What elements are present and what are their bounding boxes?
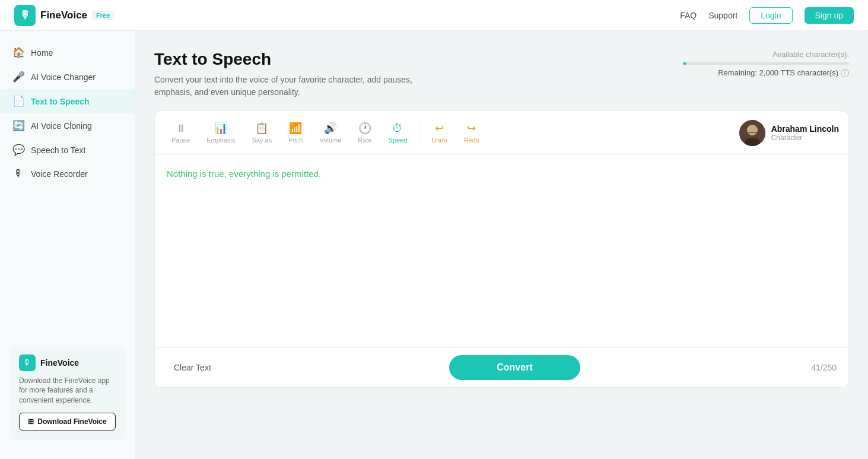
- volume-icon: 🔊: [324, 122, 337, 135]
- sidebar-item-home[interactable]: 🏠 Home: [0, 40, 135, 65]
- pitch-button[interactable]: 📶 Pitch: [281, 118, 310, 147]
- rate-button[interactable]: 🕐 Rate: [351, 118, 379, 147]
- pitch-label: Pitch: [288, 137, 303, 144]
- app-logo[interactable]: 🎙 FineVoice Free: [14, 5, 114, 26]
- undo-icon: ↩: [435, 122, 444, 135]
- pause-label: Pause: [171, 137, 190, 144]
- volume-label: Volume: [320, 137, 342, 144]
- page-description: Convert your text into the voice of your…: [154, 74, 451, 99]
- signup-button[interactable]: Sign up: [805, 7, 854, 24]
- redo-label: Redo: [464, 137, 479, 144]
- rate-label: Rate: [358, 137, 371, 144]
- main-layout: 🏠 Home 🎤 AI Voice Changer 📄 Text to Spee…: [0, 31, 868, 459]
- tts-card: ⏸ Pause 📊 Emphasis 📋 Say as 📶 Pitch 🔊: [154, 110, 849, 388]
- sidebar-item-ai-voice-cloning[interactable]: 🔄 AI Voice Cloning: [0, 113, 135, 138]
- say-as-icon: 📋: [255, 122, 268, 135]
- rate-icon: 🕐: [358, 122, 371, 135]
- sidebar-promo-logo: 🎙 FineVoice: [19, 354, 116, 371]
- character-type: Character: [771, 134, 839, 142]
- sidebar-label-speech-to-text: Speech to Text: [31, 145, 85, 155]
- tts-toolbar: ⏸ Pause 📊 Emphasis 📋 Say as 📶 Pitch 🔊: [155, 111, 848, 155]
- ai-voice-changer-icon: 🎤: [12, 71, 25, 83]
- ai-voice-cloning-icon: 🔄: [12, 119, 25, 132]
- clear-text-button[interactable]: Clear Text: [167, 358, 218, 377]
- char-counter: Available character(s): Remaining: 2,000…: [683, 50, 849, 77]
- character-selector[interactable]: Abraham Lincoln Character: [739, 120, 839, 146]
- say-as-button[interactable]: 📋 Say as: [245, 118, 279, 147]
- sidebar-promo-desc: Download the FineVoice app for more feat…: [19, 376, 116, 406]
- plan-badge: Free: [92, 11, 114, 20]
- text-to-speech-icon: 📄: [12, 95, 25, 107]
- pause-icon: ⏸: [176, 122, 186, 135]
- tts-text-input[interactable]: Nothing is true, everything is permitted…: [155, 155, 848, 345]
- say-as-label: Say as: [252, 137, 272, 144]
- svg-rect-3: [748, 132, 757, 133]
- emphasis-label: Emphasis: [206, 137, 235, 144]
- emphasis-icon: 📊: [214, 122, 227, 135]
- progress-fill: [683, 62, 686, 65]
- character-name: Abraham Lincoln: [771, 124, 839, 134]
- nav-right: FAQ Support Login Sign up: [680, 7, 854, 24]
- volume-button[interactable]: 🔊 Volume: [313, 118, 349, 147]
- top-navigation: 🎙 FineVoice Free FAQ Support Login Sign …: [0, 0, 868, 31]
- progress-bar: [683, 62, 849, 65]
- pause-button[interactable]: ⏸ Pause: [164, 119, 197, 147]
- toolbar-divider: [419, 124, 419, 143]
- speed-icon: ⏱: [392, 122, 403, 135]
- faq-link[interactable]: FAQ: [680, 11, 697, 20]
- char-count-display: 41/250: [811, 363, 837, 372]
- svg-point-1: [747, 125, 758, 135]
- undo-label: Undo: [431, 137, 447, 144]
- sidebar-label-text-to-speech: Text to Speech: [31, 97, 90, 106]
- sidebar: 🏠 Home 🎤 AI Voice Changer 📄 Text to Spee…: [0, 31, 135, 459]
- speed-label: Speed: [389, 137, 408, 144]
- sidebar-label-ai-voice-changer: AI Voice Changer: [31, 72, 96, 82]
- sidebar-item-voice-recorder[interactable]: 🎙 Voice Recorder: [0, 162, 135, 186]
- main-content: Text to Speech Convert your text into th…: [135, 31, 868, 459]
- sidebar-item-ai-voice-changer[interactable]: 🎤 AI Voice Changer: [0, 65, 135, 89]
- sidebar-promo: 🎙 FineVoice Download the FineVoice app f…: [9, 345, 125, 440]
- logo-icon: 🎙: [14, 5, 36, 26]
- sidebar-promo-icon: 🎙: [19, 354, 36, 371]
- speech-to-text-icon: 💬: [12, 144, 25, 156]
- sidebar-label-home: Home: [31, 48, 53, 58]
- convert-button[interactable]: Convert: [449, 355, 580, 380]
- remaining-text: Remaining: 2,000 TTS character(s): [718, 68, 838, 77]
- sidebar-label-ai-voice-cloning: AI Voice Cloning: [31, 121, 92, 131]
- pitch-icon: 📶: [289, 122, 302, 135]
- login-button[interactable]: Login: [749, 7, 792, 24]
- home-icon: 🏠: [12, 46, 25, 59]
- tts-bottom-bar: Clear Text Convert 41/250: [155, 347, 848, 387]
- character-avatar: [739, 120, 765, 146]
- voice-recorder-icon: 🎙: [12, 168, 25, 180]
- redo-button[interactable]: ↪ Redo: [457, 118, 487, 147]
- char-remaining: Remaining: 2,000 TTS character(s) i: [683, 68, 849, 77]
- sidebar-promo-title: FineVoice: [40, 358, 79, 368]
- download-label: Download FineVoice: [37, 417, 106, 426]
- sidebar-item-text-to-speech[interactable]: 📄 Text to Speech: [0, 89, 135, 113]
- app-name: FineVoice: [40, 10, 87, 21]
- text-editor-area: Nothing is true, everything is permitted…: [155, 155, 848, 347]
- speed-button[interactable]: ⏱ Speed: [381, 119, 415, 147]
- windows-icon: ⊞: [28, 417, 34, 426]
- char-counter-label: Available character(s):: [683, 50, 849, 59]
- page-header: Text to Speech Convert your text into th…: [154, 50, 849, 99]
- page-title-section: Text to Speech Convert your text into th…: [154, 50, 683, 99]
- page-title: Text to Speech: [154, 50, 683, 69]
- redo-icon: ↪: [467, 122, 476, 135]
- sidebar-item-speech-to-text[interactable]: 💬 Speech to Text: [0, 138, 135, 162]
- character-info: Abraham Lincoln Character: [771, 124, 839, 142]
- download-button[interactable]: ⊞ Download FineVoice: [19, 413, 116, 430]
- undo-button[interactable]: ↩ Undo: [424, 118, 454, 147]
- sidebar-label-voice-recorder: Voice Recorder: [31, 169, 88, 179]
- support-link[interactable]: Support: [708, 11, 737, 20]
- emphasis-button[interactable]: 📊 Emphasis: [199, 118, 242, 147]
- info-icon[interactable]: i: [841, 69, 849, 77]
